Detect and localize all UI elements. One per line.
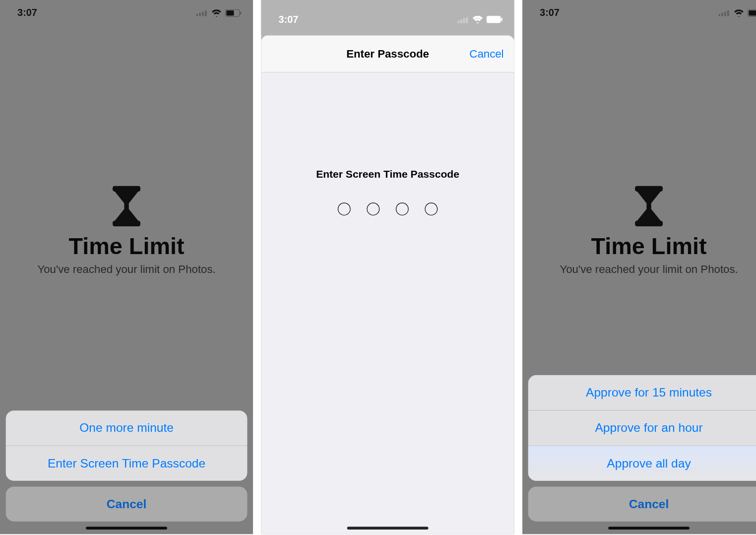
passcode-modal: Enter Passcode Cancel Enter Screen Time …	[261, 35, 514, 534]
action-sheet: Approve for 15 minutes Approve for an ho…	[528, 375, 756, 522]
screen-approve-options: Time Limit You've reached your limit on …	[522, 0, 756, 534]
passcode-dot-1	[338, 202, 351, 215]
modal-title: Enter Passcode	[346, 47, 429, 60]
enter-passcode-button[interactable]: Enter Screen Time Passcode	[6, 445, 248, 480]
screen-time-limit-options: Time Limit You've reached your limit on …	[0, 0, 253, 534]
cellular-icon	[718, 9, 730, 16]
svg-rect-1	[199, 13, 201, 16]
svg-rect-12	[488, 17, 495, 22]
battery-icon	[225, 9, 242, 16]
passcode-body: Enter Screen Time Passcode	[261, 72, 514, 215]
passcode-dots[interactable]	[338, 202, 438, 215]
status-icons	[196, 9, 241, 16]
modal-cancel-button[interactable]: Cancel	[469, 35, 504, 72]
status-icons	[718, 9, 756, 16]
status-icons	[457, 16, 503, 23]
svg-rect-15	[721, 13, 723, 16]
svg-rect-6	[240, 11, 241, 14]
home-indicator[interactable]	[608, 527, 690, 530]
modal-header: Enter Passcode Cancel	[261, 35, 514, 72]
cancel-button[interactable]: Cancel	[6, 486, 248, 521]
svg-rect-16	[724, 11, 726, 16]
passcode-dot-4	[425, 202, 438, 215]
wifi-icon	[472, 16, 483, 23]
action-sheet-group: Approve for 15 minutes Approve for an ho…	[528, 375, 756, 481]
passcode-dot-2	[367, 202, 379, 215]
svg-rect-3	[205, 10, 207, 16]
status-time: 3:07	[17, 7, 37, 18]
svg-rect-5	[226, 10, 234, 15]
svg-rect-7	[457, 21, 459, 23]
action-sheet: One more minute Enter Screen Time Passco…	[6, 410, 248, 521]
status-time: 3:07	[540, 7, 560, 18]
approve-all-day-button[interactable]: Approve all day	[528, 445, 756, 480]
cellular-icon	[457, 16, 469, 23]
svg-rect-17	[727, 10, 729, 16]
battery-icon	[748, 9, 756, 16]
svg-rect-14	[718, 14, 720, 16]
status-time: 3:07	[279, 13, 299, 25]
one-more-minute-button[interactable]: One more minute	[6, 410, 248, 445]
approve-hour-button[interactable]: Approve for an hour	[528, 410, 756, 445]
svg-rect-13	[501, 18, 502, 21]
approve-15-minutes-button[interactable]: Approve for 15 minutes	[528, 375, 756, 410]
svg-rect-2	[202, 11, 204, 16]
battery-icon	[486, 16, 503, 23]
passcode-prompt: Enter Screen Time Passcode	[316, 168, 459, 181]
cellular-icon	[196, 9, 207, 16]
cancel-button[interactable]: Cancel	[528, 486, 756, 521]
home-indicator[interactable]	[86, 527, 167, 530]
screen-enter-passcode: 3:07 Enter Passcode Cancel Enter Screen …	[261, 0, 514, 534]
svg-rect-8	[460, 19, 462, 23]
passcode-dot-3	[396, 202, 409, 215]
svg-rect-0	[196, 14, 198, 16]
svg-rect-9	[463, 18, 465, 23]
status-bar: 3:07	[522, 0, 756, 25]
status-bar: 3:07	[0, 0, 253, 25]
svg-rect-19	[749, 10, 756, 15]
status-bar: 3:07	[261, 0, 514, 35]
wifi-icon	[211, 9, 222, 16]
action-sheet-group: One more minute Enter Screen Time Passco…	[6, 410, 248, 481]
home-indicator[interactable]	[347, 527, 429, 530]
svg-rect-10	[466, 17, 468, 23]
wifi-icon	[734, 9, 744, 16]
